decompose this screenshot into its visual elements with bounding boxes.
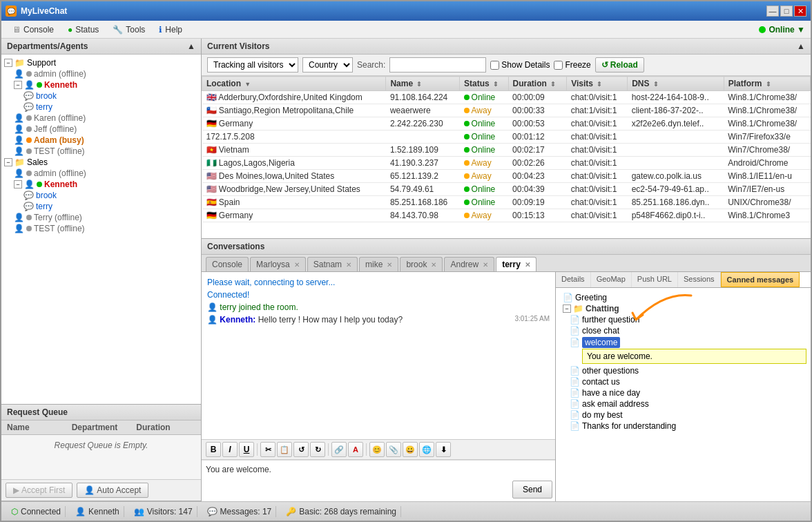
- table-row[interactable]: 172.17.5.208 Online 00:01:12 chat:0/visi…: [202, 130, 811, 144]
- menu-console[interactable]: 🖥 Console: [7, 23, 59, 36]
- color-button[interactable]: A: [348, 442, 363, 457]
- expand-support[interactable]: −: [4, 59, 12, 67]
- show-details-checkbox[interactable]: [490, 61, 499, 70]
- agent-jeff[interactable]: 👤 Jeff (offline): [4, 124, 198, 135]
- agent-test1[interactable]: 👤 TEST (offline): [4, 146, 198, 157]
- attach-button[interactable]: 📎: [386, 442, 401, 457]
- tab-sessions[interactable]: Sessions: [678, 272, 721, 287]
- agent-test2[interactable]: 👤 TEST (offline): [4, 223, 198, 234]
- canned-do-best[interactable]: 📄 do my best: [560, 409, 806, 420]
- expand-sales-kenneth[interactable]: −: [14, 180, 22, 188]
- menu-tools[interactable]: 🔧 Tools: [107, 23, 151, 36]
- canned-nice-day[interactable]: 📄 have a nice day: [560, 387, 806, 398]
- col-location[interactable]: Location ▼: [202, 77, 386, 91]
- expand-sales[interactable]: −: [4, 158, 12, 166]
- table-row[interactable]: 🇺🇸 Woodbridge,New Jersey,United States 5…: [202, 183, 811, 196]
- more-button[interactable]: ⬇: [436, 442, 451, 457]
- canned-ask-email[interactable]: 📄 ask email address: [560, 398, 806, 409]
- minimize-button[interactable]: —: [766, 6, 779, 17]
- smiley-button[interactable]: 😀: [403, 442, 418, 457]
- agent-adam[interactable]: 👤 Adam (busy): [4, 135, 198, 146]
- close-button[interactable]: ✕: [794, 6, 806, 17]
- dept-support[interactable]: − 📁 Support: [4, 57, 198, 68]
- canned-thanks[interactable]: 📄 Thanks for understanding: [560, 420, 806, 432]
- italic-button[interactable]: I: [222, 442, 238, 457]
- agent-karen[interactable]: 👤 Karen (offline): [4, 113, 198, 124]
- country-filter-select[interactable]: Country: [302, 57, 353, 72]
- table-row[interactable]: 🇨🇱 Santiago,Region Metropolitana,Chile w…: [202, 104, 811, 117]
- col-visits[interactable]: Visits ⇕: [567, 77, 628, 91]
- table-row[interactable]: 🇪🇸 Spain 85.251.168.186 Online 00:09:19 …: [202, 196, 811, 209]
- online-status[interactable]: Online ▼: [759, 25, 805, 35]
- search-input[interactable]: [389, 57, 486, 72]
- dept-sales[interactable]: − 📁 Sales: [4, 157, 198, 168]
- chat-input[interactable]: You are welcome.: [204, 463, 512, 499]
- canned-contact-us[interactable]: 📄 contact us: [560, 376, 806, 387]
- underline-button[interactable]: U: [239, 442, 254, 457]
- tracking-filter-select[interactable]: Tracking all visitors Tracking visitors: [207, 57, 298, 72]
- emoji-button[interactable]: 😊: [369, 442, 385, 457]
- collapse-icon[interactable]: ▲: [187, 41, 195, 51]
- table-row[interactable]: 🇩🇪 Germany 2.242.226.230 Online 00:00:53…: [202, 117, 811, 130]
- tab-mike[interactable]: mike ✕: [359, 257, 398, 271]
- table-row[interactable]: 🇺🇸 Des Moines,Iowa,United States 65.121.…: [202, 170, 811, 183]
- expand-kenneth[interactable]: −: [14, 81, 22, 89]
- col-duration[interactable]: Duration ⇕: [508, 77, 567, 91]
- col-dns[interactable]: DNS ⇕: [628, 77, 724, 91]
- auto-accept-button[interactable]: 👤 Auto Accept: [77, 483, 148, 498]
- canned-greeting[interactable]: 📄 Greeting: [560, 292, 806, 303]
- tab-pushurl[interactable]: Push URL: [632, 272, 678, 287]
- bold-button[interactable]: B: [206, 442, 221, 457]
- canned-close-chat[interactable]: 📄 close chat: [560, 325, 806, 336]
- table-row[interactable]: 🇩🇪 Germany 84.143.70.98 Away 00:15:13 ch…: [202, 209, 811, 222]
- canned-chatting[interactable]: − 📁 Chatting: [560, 303, 806, 314]
- close-andrew-icon[interactable]: ✕: [483, 261, 488, 269]
- close-marloysa-icon[interactable]: ✕: [294, 261, 300, 269]
- canned-further-question[interactable]: 📄 further question: [560, 314, 806, 325]
- cut-button[interactable]: ✂: [260, 442, 276, 457]
- tab-details[interactable]: Details: [556, 272, 591, 287]
- agent-terry-offline[interactable]: 👤 Terry (offline): [4, 212, 198, 223]
- freeze-checkbox[interactable]: [554, 61, 563, 70]
- collapse-visitors-icon[interactable]: ▲: [797, 41, 805, 51]
- canned-other-questions[interactable]: 📄 other questions: [560, 365, 806, 376]
- undo-button[interactable]: ↺: [293, 442, 309, 457]
- accept-first-button[interactable]: ▶ Accept First: [6, 483, 72, 498]
- tab-andrew[interactable]: Andrew ✕: [444, 257, 494, 271]
- tab-console[interactable]: Console: [206, 257, 249, 271]
- col-name[interactable]: Name ⇕: [386, 77, 460, 91]
- table-row[interactable]: 🇳🇬 Lagos,Lagos,Nigeria 41.190.3.237 Away…: [202, 157, 811, 170]
- agent-sales-admin[interactable]: 👤 admin (offline): [4, 168, 198, 179]
- redo-button[interactable]: ↻: [310, 442, 325, 457]
- reload-button[interactable]: ↺ Reload: [595, 57, 644, 72]
- close-terry-icon[interactable]: ✕: [525, 261, 530, 269]
- link-button[interactable]: 🔗: [331, 442, 347, 457]
- language-button[interactable]: 🌐: [419, 442, 434, 457]
- menu-help[interactable]: ℹ Help: [153, 23, 188, 36]
- agent-kenneth[interactable]: − 👤 Kenneth: [4, 79, 198, 90]
- agent-terry[interactable]: 💬 terry: [4, 102, 198, 113]
- tab-marloysa[interactable]: Marloysa ✕: [250, 257, 306, 271]
- table-row[interactable]: 🇻🇳 Vietnam 1.52.189.109 Online 00:02:17 …: [202, 144, 811, 157]
- tab-geomap[interactable]: GeoMap: [591, 272, 632, 287]
- col-status[interactable]: Status ⇕: [460, 77, 508, 91]
- tab-brook[interactable]: brook ✕: [400, 257, 443, 271]
- tab-terry[interactable]: terry ✕: [496, 257, 536, 271]
- expand-chatting[interactable]: −: [563, 304, 571, 313]
- agent-sales-brook[interactable]: 💬 brook: [4, 190, 198, 201]
- close-satnam-icon[interactable]: ✕: [346, 261, 351, 269]
- close-mike-icon[interactable]: ✕: [387, 261, 392, 269]
- agent-sales-kenneth[interactable]: − 👤 Kenneth: [4, 179, 198, 190]
- tab-satnam[interactable]: Satnam ✕: [307, 257, 358, 271]
- close-brook-icon[interactable]: ✕: [431, 261, 436, 269]
- send-button[interactable]: Send: [512, 481, 552, 499]
- tab-canned-messages[interactable]: Canned messages: [721, 272, 800, 287]
- col-platform[interactable]: Platform ⇕: [724, 77, 810, 91]
- table-row[interactable]: 🇬🇧 Adderbury,Oxfordshire,United Kingdom …: [202, 91, 811, 104]
- menu-status[interactable]: ● Status: [62, 23, 104, 36]
- agent-sales-terry[interactable]: 💬 terry: [4, 201, 198, 212]
- agent-brook[interactable]: 💬 brook: [4, 90, 198, 102]
- agent-admin-offline[interactable]: 👤 admin (offline): [4, 68, 198, 79]
- maximize-button[interactable]: □: [780, 6, 793, 17]
- canned-welcome[interactable]: 📄 welcome: [560, 336, 806, 349]
